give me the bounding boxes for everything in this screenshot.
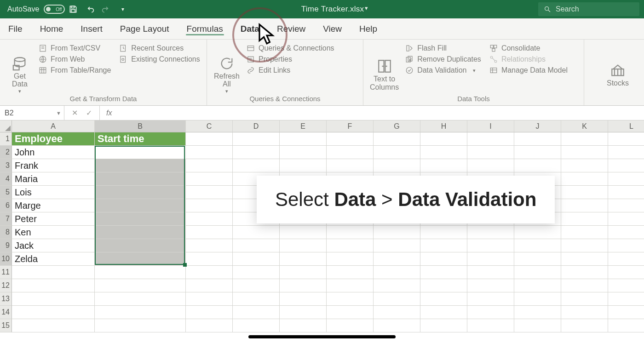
row-header[interactable]: 7 [0,212,12,226]
cell[interactable] [420,292,467,306]
column-header[interactable]: L [608,120,644,132]
row-header[interactable]: 3 [0,159,12,172]
cell[interactable] [233,279,280,292]
flash-fill[interactable]: Flash Fill [405,44,481,52]
column-header[interactable]: C [186,120,233,132]
cell[interactable] [280,226,327,239]
cell[interactable] [514,226,561,239]
cell[interactable] [327,239,374,252]
cell[interactable] [12,319,95,332]
name-box[interactable]: B2 ▼ [0,106,64,120]
row-header[interactable]: 6 [0,199,12,212]
cell[interactable] [327,292,374,306]
cell[interactable] [467,146,514,159]
cell[interactable] [95,252,186,266]
cell[interactable] [327,132,374,146]
cell[interactable] [280,266,327,279]
cell[interactable] [467,239,514,252]
column-header[interactable]: B [95,120,186,132]
cell[interactable] [420,132,467,146]
column-header[interactable]: G [374,120,420,132]
cell[interactable] [95,279,186,292]
cell[interactable] [374,239,420,252]
cell[interactable] [420,226,467,239]
cell[interactable] [374,132,420,146]
data-validation[interactable]: Data Validation▾ [405,66,481,74]
cell[interactable] [467,132,514,146]
cell[interactable] [561,319,608,332]
cell[interactable] [233,319,280,332]
customize-qat-icon[interactable]: ▾ [115,0,131,18]
cell[interactable] [95,186,186,199]
cell[interactable] [374,226,420,239]
cell[interactable] [233,306,280,319]
from-text-csv[interactable]: From Text/CSV [39,44,111,52]
cell[interactable] [233,226,280,239]
cell[interactable] [280,146,327,159]
cell[interactable] [327,266,374,279]
cell[interactable]: John [12,146,95,159]
formula-input[interactable] [118,106,644,120]
cell[interactable] [280,132,327,146]
cell[interactable] [608,319,644,332]
cell[interactable] [327,306,374,319]
tab-data[interactable]: Data [241,18,259,39]
cell[interactable] [561,226,608,239]
cell[interactable] [561,239,608,252]
cell[interactable] [608,239,644,252]
cell[interactable]: Lois [12,186,95,199]
cell[interactable] [327,279,374,292]
row-header[interactable]: 1 [0,132,12,146]
cell[interactable] [561,212,608,226]
select-all-corner[interactable] [0,120,12,132]
cell[interactable] [233,159,280,172]
cell[interactable] [420,306,467,319]
cell[interactable] [233,252,280,266]
cell[interactable] [12,279,95,292]
cell[interactable] [608,279,644,292]
cell[interactable] [467,266,514,279]
cell[interactable] [514,319,561,332]
cell[interactable] [374,292,420,306]
column-header[interactable]: D [233,120,280,132]
cell[interactable] [186,159,233,172]
cell[interactable]: Jack [12,239,95,252]
cell[interactable] [374,266,420,279]
remove-duplicates[interactable]: Remove Duplicates [405,55,481,63]
cell[interactable] [186,319,233,332]
row-header[interactable]: 13 [0,292,12,306]
enter-icon[interactable]: ✓ [86,109,92,117]
from-web[interactable]: From Web [39,55,111,63]
cell[interactable] [420,266,467,279]
cell[interactable] [514,239,561,252]
column-header[interactable]: E [280,120,327,132]
cell[interactable] [561,159,608,172]
cell[interactable] [561,146,608,159]
cell[interactable] [608,132,644,146]
cell[interactable] [186,239,233,252]
cell[interactable] [186,226,233,239]
cell[interactable]: Zelda [12,252,95,266]
cell[interactable] [95,159,186,172]
cell[interactable] [608,306,644,319]
cell[interactable] [233,239,280,252]
cell[interactable] [280,292,327,306]
cell[interactable] [186,266,233,279]
cell[interactable] [280,279,327,292]
cell[interactable] [95,266,186,279]
cell[interactable] [95,319,186,332]
cell[interactable] [608,266,644,279]
cell[interactable] [280,319,327,332]
cell[interactable] [420,146,467,159]
cell[interactable] [514,292,561,306]
cell[interactable] [561,292,608,306]
cell[interactable]: Marge [12,199,95,212]
row-header[interactable]: 8 [0,226,12,239]
column-header[interactable]: A [12,120,95,132]
cell[interactable] [95,292,186,306]
cell[interactable] [186,199,233,212]
cell[interactable] [374,146,420,159]
row-header[interactable]: 10 [0,252,12,266]
cell[interactable] [186,212,233,226]
cell[interactable] [608,159,644,172]
